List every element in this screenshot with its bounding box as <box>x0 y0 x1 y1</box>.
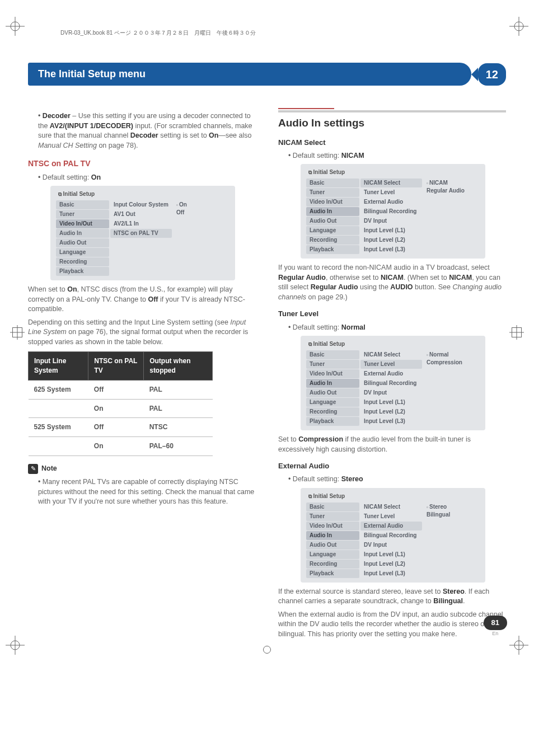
table-row: 525 SystemOffNTSC <box>29 418 213 437</box>
menu-right-list: OnOff <box>173 200 229 276</box>
menu-title: ⧉ Initial Setup <box>301 339 485 350</box>
table-row: 625 SystemOffPAL <box>29 380 213 399</box>
table-cell: On <box>88 437 144 456</box>
menu-item: Video In/Out <box>306 369 359 378</box>
menu-item: NICAM Select <box>360 350 422 359</box>
menu-item: Audio Out <box>306 541 359 550</box>
menu-item: Tuner Level <box>360 188 422 197</box>
nicam-heading: NICAM Select <box>278 138 506 148</box>
printer-mark-icon <box>509 17 528 36</box>
section-rule <box>278 108 334 109</box>
ext-default: Default setting: Stereo <box>288 475 506 485</box>
th-ntsc-pal: NTSC on PAL TV <box>88 352 144 381</box>
table-cell: PAL–60 <box>144 437 213 456</box>
table-row: OnPAL <box>29 399 213 418</box>
menu-item: AV1 Out <box>110 210 172 219</box>
th-output: Output when stopped <box>144 352 213 381</box>
default-setting-on: Default setting: On <box>38 173 256 183</box>
menu-item: Audio In <box>306 207 359 216</box>
menu-item: Recording <box>306 236 359 245</box>
note-heading: ✎ Note <box>28 464 256 474</box>
external-audio-heading: External Audio <box>278 461 506 471</box>
menu-item: Audio Out <box>306 388 359 397</box>
menu-item: Input Level (L3) <box>360 569 422 578</box>
menu-item: Tuner <box>306 512 359 521</box>
menu-item: Language <box>306 398 359 407</box>
menu-option: Compression <box>427 359 476 367</box>
page-language: En <box>484 630 507 637</box>
tuner-heading: Tuner Level <box>278 309 506 319</box>
menu-left-list: BasicTunerVideo In/OutAudio InAudio OutL… <box>306 503 359 578</box>
printer-mark-icon <box>6 17 25 36</box>
menu-screenshot-1: ⧉ Initial Setup BasicTunerVideo In/OutAu… <box>50 186 235 280</box>
menu-item: Input Level (L2) <box>360 407 422 416</box>
table-row: OnPAL–60 <box>29 437 213 456</box>
table-cell: PAL <box>144 399 213 418</box>
menu-item: External Audio <box>360 522 422 530</box>
menu-item: Input Level (L2) <box>360 560 422 569</box>
table-cell: Off <box>88 418 144 437</box>
menu-item: Recording <box>306 407 359 416</box>
table-cell: 625 System <box>29 380 88 399</box>
menu-left-list: BasicTunerVideo In/OutAudio InAudio OutL… <box>306 179 359 254</box>
ntsc-paragraph-2: Depending on this setting and the Input … <box>28 318 256 348</box>
menu-item: NICAM Select <box>360 503 422 511</box>
output-table: Input Line System NTSC on PAL TV Output … <box>28 351 213 456</box>
ntsc-heading: NTSC on PAL TV <box>28 158 256 170</box>
menu-item: Basic <box>56 200 109 209</box>
printer-mark-icon <box>509 636 528 655</box>
menu-option: NICAM <box>427 179 476 187</box>
table-cell: NTSC <box>144 418 213 437</box>
note-icon: ✎ <box>28 464 38 474</box>
registration-mark-icon <box>263 646 271 654</box>
tuner-paragraph: Set to Compression if the audio level fr… <box>278 435 506 454</box>
menu-item: DV Input <box>360 541 422 550</box>
menu-item: Playback <box>56 267 109 276</box>
menu-mid-list: Input Colour SystemAV1 OutAV2/L1 InNTSC … <box>110 200 172 276</box>
th-input-line: Input Line System <box>29 352 88 381</box>
menu-item: NICAM Select <box>360 179 422 187</box>
menu-option: Normal <box>427 351 476 359</box>
menu-item: External Audio <box>360 198 422 206</box>
right-column: Audio In settings NICAM Select Default s… <box>278 108 506 642</box>
table-cell: PAL <box>144 380 213 399</box>
menu-item: Tuner <box>306 188 359 197</box>
menu-item: NTSC on PAL TV <box>110 229 172 238</box>
menu-item: Video In/Out <box>306 522 359 530</box>
menu-mid-list: NICAM SelectTuner LevelExternal AudioBil… <box>360 503 422 578</box>
menu-item: Video In/Out <box>56 219 109 228</box>
menu-item: Tuner Level <box>360 360 422 369</box>
menu-item: Tuner <box>306 360 359 369</box>
menu-title: ⧉ Initial Setup <box>50 189 235 200</box>
registration-mark-icon <box>12 327 22 337</box>
table-cell: 525 System <box>29 418 88 437</box>
menu-option: Bilingual <box>427 511 476 519</box>
menu-item: Input Level (L3) <box>360 245 422 254</box>
menu-item: Playback <box>306 245 359 254</box>
menu-item: Audio In <box>306 379 359 388</box>
menu-option: Stereo <box>427 503 476 511</box>
menu-item: Input Level (L1) <box>360 550 422 559</box>
ext-paragraph-1: If the external source is standard stere… <box>278 587 506 607</box>
tuner-default: Default setting: Normal <box>288 323 506 333</box>
menu-mid-list: NICAM SelectTuner LevelExternal AudioBil… <box>360 179 422 254</box>
menu-option: Off <box>176 209 226 217</box>
menu-item: Recording <box>306 560 359 569</box>
note-label: Note <box>41 464 57 474</box>
table-cell: Off <box>88 380 144 399</box>
nicam-default: Default setting: NICAM <box>288 151 506 161</box>
menu-screenshot-3: ⧉ Initial Setup BasicTunerVideo In/OutAu… <box>301 336 485 430</box>
menu-right-list: NormalCompression <box>423 350 480 426</box>
menu-item: Basic <box>306 503 359 511</box>
table-cell: On <box>88 399 144 418</box>
menu-item: Bilingual Recording <box>360 531 422 540</box>
page-number: 81 <box>484 616 507 630</box>
menu-item: Video In/Out <box>306 198 359 206</box>
menu-item: Input Level (L2) <box>360 236 422 245</box>
menu-item: Bilingual Recording <box>360 207 422 216</box>
chapter-bar: The Initial Setup menu 12 <box>28 63 506 86</box>
menu-right-list: NICAMRegular Audio <box>423 179 480 254</box>
menu-screenshot-4: ⧉ Initial Setup BasicTunerVideo In/OutAu… <box>301 488 485 583</box>
ntsc-paragraph-1: When set to On, NTSC discs (from the U.S… <box>28 285 256 314</box>
menu-title: ⧉ Initial Setup <box>301 167 485 179</box>
